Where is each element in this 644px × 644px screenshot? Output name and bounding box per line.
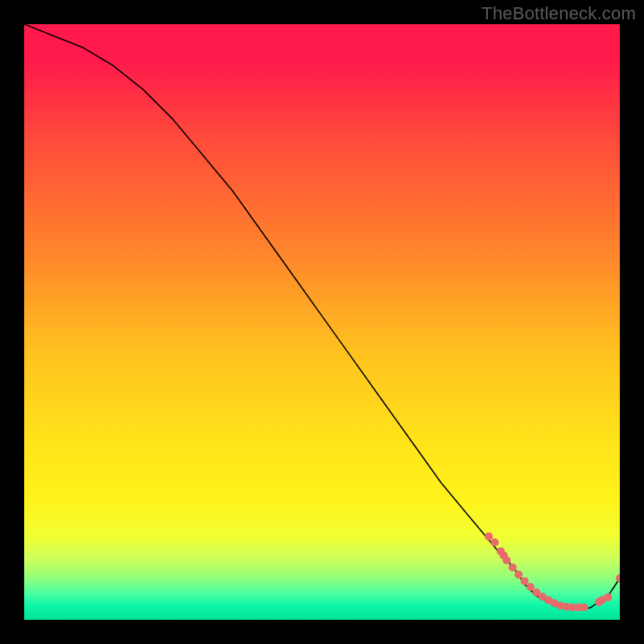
chart-svg [24, 24, 620, 620]
marker-point [491, 539, 499, 547]
gradient-rect [24, 24, 620, 620]
marker-point [514, 571, 522, 579]
chart-frame: TheBottleneck.com [0, 0, 644, 644]
marker-point [521, 577, 529, 585]
marker-point [485, 532, 493, 540]
marker-point [526, 583, 535, 591]
marker-point [580, 603, 588, 611]
watermark-text: TheBottleneck.com [481, 3, 636, 24]
marker-point [604, 593, 612, 601]
marker-point [509, 564, 517, 572]
plot-area [24, 24, 620, 620]
marker-point [502, 556, 510, 564]
